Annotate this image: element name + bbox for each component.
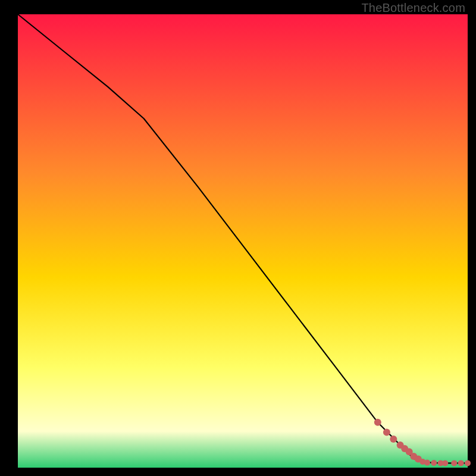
chart-frame: TheBottleneck.com [0, 0, 476, 476]
marker-point [374, 419, 381, 426]
marker-point [431, 460, 437, 466]
marker-point [424, 460, 430, 466]
bottleneck-chart [0, 0, 476, 476]
marker-point [465, 460, 471, 466]
marker-point [442, 460, 448, 466]
marker-point [390, 436, 397, 443]
marker-point [451, 460, 457, 466]
marker-point [458, 460, 464, 466]
marker-point [383, 429, 390, 436]
attribution-label: TheBottleneck.com [361, 1, 465, 15]
plot-area [18, 14, 468, 468]
